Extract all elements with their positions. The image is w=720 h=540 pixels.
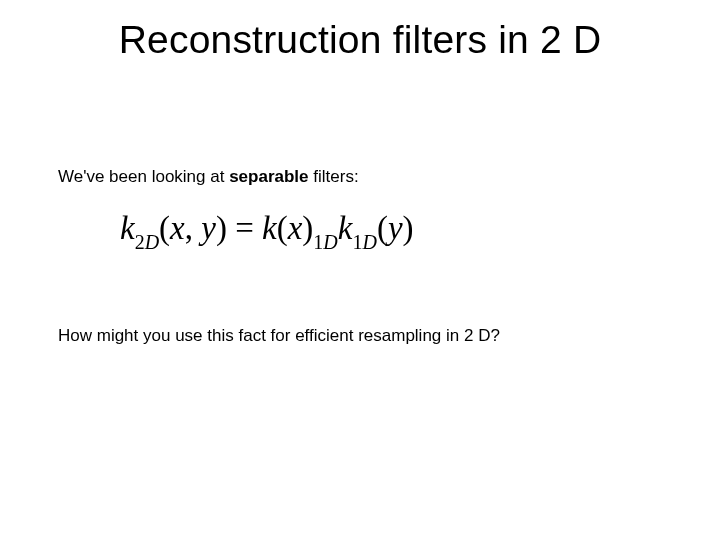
eq-r2-open: ( [377, 210, 388, 246]
eq-r1-subD: D [323, 231, 337, 253]
eq-lhs-k: k [120, 210, 135, 246]
eq-r1-k: k [262, 210, 277, 246]
eq-r1-x: x [288, 210, 303, 246]
eq-r2-y: y [388, 210, 403, 246]
eq-r2-sub1: 1 [352, 231, 362, 253]
eq-r2-subD: D [362, 231, 376, 253]
intro-line-prefix: We've been looking at [58, 167, 229, 186]
slide: Reconstruction filters in 2 D We've been… [0, 0, 720, 540]
eq-r1-open: ( [277, 210, 288, 246]
eq-paren-open-1: ( [159, 210, 170, 246]
eq-lhs-subD: D [145, 231, 159, 253]
eq-paren-close-1: ) [216, 210, 227, 246]
eq-arg-x: x [170, 210, 185, 246]
eq-r1-sub1: 1 [313, 231, 323, 253]
intro-line-bold: separable [229, 167, 308, 186]
eq-r2-close: ) [403, 210, 414, 246]
slide-title: Reconstruction filters in 2 D [0, 18, 720, 62]
eq-arg-y: y [201, 210, 216, 246]
eq-r2-k: k [338, 210, 353, 246]
eq-lhs-sub2: 2 [135, 231, 145, 253]
intro-line: We've been looking at separable filters: [58, 167, 359, 187]
intro-line-suffix: filters: [309, 167, 359, 186]
equation: k2D(x, y) = k(x)1Dk1D(y) [120, 210, 414, 252]
eq-comma: , [185, 210, 193, 246]
question-line: How might you use this fact for efficien… [58, 326, 500, 346]
eq-r1-close: ) [302, 210, 313, 246]
eq-equals: = [227, 210, 262, 246]
